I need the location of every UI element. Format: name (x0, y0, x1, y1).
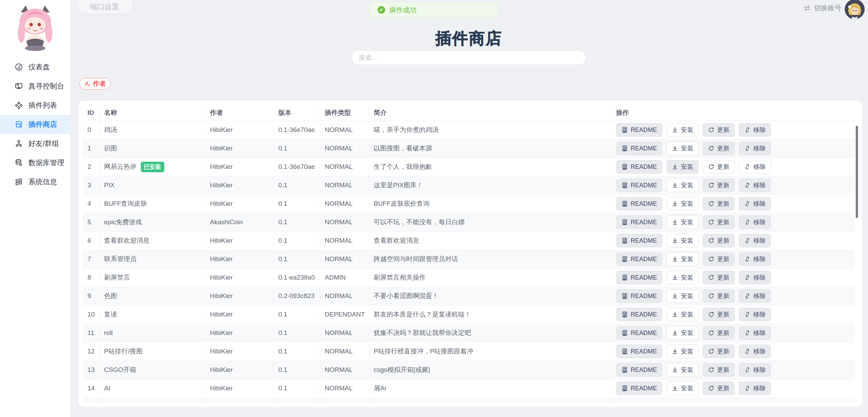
update-button[interactable]: 更新 (703, 289, 735, 303)
remove-button[interactable]: 移除 (739, 345, 771, 358)
update-button[interactable]: 更新 (703, 215, 735, 229)
remove-button[interactable]: 移除 (739, 308, 771, 321)
remove-button[interactable]: 移除 (739, 326, 771, 340)
remove-button[interactable]: 移除 (739, 142, 771, 155)
readme-button[interactable]: README (616, 289, 662, 303)
install-button[interactable]: 安装 (666, 345, 699, 358)
cell-desc: 生了个人，我很抱歉 (369, 158, 611, 176)
author-filter-chip[interactable]: 作者 (79, 78, 111, 90)
install-button[interactable]: 安装 (666, 123, 699, 137)
install-button[interactable]: 安装 (666, 308, 699, 321)
sidebar-item-friends-groups[interactable]: 好友/群组 (0, 134, 70, 153)
table-scrollbar-thumb[interactable] (856, 126, 858, 218)
readme-button[interactable]: README (616, 197, 662, 211)
remove-button[interactable]: 移除 (739, 271, 771, 284)
readme-button[interactable]: README (616, 178, 662, 192)
remove-button[interactable]: 移除 (739, 234, 771, 247)
install-button[interactable]: 安装 (666, 178, 699, 192)
readme-button[interactable]: README (616, 381, 662, 395)
sidebar-item-database[interactable]: 数据库管理 (0, 153, 70, 172)
install-button-label: 安装 (681, 329, 693, 337)
remove-button[interactable]: 移除 (739, 363, 771, 377)
update-button[interactable]: 更新 (703, 234, 735, 247)
sidebar-item-label: 真寻控制台 (28, 81, 64, 91)
update-button[interactable]: 更新 (703, 308, 735, 321)
cell-desc: 可以不玩，不能没有，每日白嫖 (369, 213, 611, 231)
search-input[interactable] (352, 50, 586, 65)
remove-button-label: 移除 (754, 310, 766, 319)
user-avatar[interactable] (845, 0, 865, 19)
remove-button-label: 移除 (754, 218, 766, 226)
readme-button[interactable]: README (616, 308, 662, 321)
cell-version: 0.1-36e70ae (273, 121, 320, 139)
readme-button[interactable]: README (616, 326, 662, 340)
update-button[interactable]: 更新 (703, 160, 735, 174)
readme-button[interactable]: README (616, 271, 662, 284)
sidebar-item-label: 插件列表 (28, 100, 57, 110)
readme-button-label: README (631, 200, 657, 207)
remove-button[interactable]: 移除 (739, 381, 771, 395)
update-button[interactable]: 更新 (703, 326, 735, 340)
port-settings-button[interactable]: 端口设置 (76, 0, 133, 14)
readme-button[interactable]: README (616, 363, 662, 377)
cell-name: 复读 (99, 305, 205, 324)
cell-actions: README安装更新移除 (611, 121, 854, 139)
download-icon (672, 329, 678, 336)
readme-button[interactable]: README (616, 345, 662, 358)
install-button[interactable]: 安装 (666, 215, 699, 229)
install-button[interactable]: 安装 (666, 326, 699, 340)
remove-button[interactable]: 移除 (739, 289, 771, 303)
install-button[interactable]: 安装 (666, 271, 699, 284)
table-scroll-area[interactable]: ID 名称 作者 版本 插件类型 简介 操作 0鸡汤HibiKier0.1-36… (83, 105, 854, 403)
sidebar-item-dashboard[interactable]: 仪表盘 (0, 57, 70, 77)
update-button[interactable]: 更新 (703, 271, 735, 284)
remove-button[interactable]: 移除 (739, 215, 771, 229)
store-icon (14, 120, 23, 129)
install-button[interactable]: 安装 (666, 252, 699, 266)
cell-desc: 屑Ai (369, 379, 611, 398)
cell-type: NORMAL (320, 121, 369, 139)
install-button[interactable]: 安装 (666, 363, 699, 377)
cell-author: HibiKier (205, 379, 273, 398)
install-button[interactable]: 安装 (666, 160, 699, 174)
cell-name: BUFF查询皮肤 (99, 194, 205, 213)
update-button[interactable]: 更新 (703, 123, 735, 137)
cell-actions: README安装更新移除 (611, 379, 854, 398)
install-button[interactable]: 安装 (666, 142, 699, 155)
unlink-icon (744, 311, 751, 318)
cell-type: NORMAL (320, 194, 369, 213)
readme-button[interactable]: README (616, 234, 662, 247)
update-button[interactable]: 更新 (703, 345, 735, 358)
update-button[interactable]: 更新 (703, 381, 735, 395)
sidebar-item-console[interactable]: 真寻控制台 (0, 77, 70, 96)
remove-button[interactable]: 移除 (739, 197, 771, 211)
remove-button[interactable]: 移除 (739, 160, 771, 174)
cell-name: 识图 (99, 139, 205, 158)
cell-id: 0 (83, 121, 99, 139)
remove-button[interactable]: 移除 (739, 252, 771, 266)
sidebar-item-system-info[interactable]: 系统信息 (0, 172, 70, 191)
plugin-table-body: 0鸡汤HibiKier0.1-36e70aeNORMAL喏，亲手为你煮的鸡汤RE… (83, 121, 854, 403)
readme-button[interactable]: README (616, 252, 662, 266)
install-button[interactable]: 安装 (666, 234, 699, 247)
readme-button[interactable]: README (616, 215, 662, 229)
install-button[interactable]: 安装 (666, 381, 699, 395)
switch-account-button[interactable]: 切换账号 (803, 3, 841, 13)
remove-button[interactable]: 移除 (739, 123, 771, 137)
sidebar-item-plugin-store[interactable]: 插件商店 (0, 115, 70, 134)
readme-button[interactable]: README (616, 160, 662, 174)
update-button[interactable]: 更新 (703, 363, 735, 377)
readme-file-icon (621, 348, 628, 355)
readme-button[interactable]: README (616, 123, 662, 137)
readme-button[interactable]: README (616, 142, 662, 155)
install-button[interactable]: 安装 (666, 197, 699, 211)
install-button[interactable]: 安装 (666, 289, 699, 303)
remove-button[interactable]: 移除 (739, 178, 771, 192)
update-button-label: 更新 (717, 329, 730, 337)
update-button[interactable]: 更新 (703, 178, 735, 192)
update-button[interactable]: 更新 (703, 252, 735, 266)
update-button[interactable]: 更新 (703, 142, 735, 155)
update-button[interactable]: 更新 (703, 197, 735, 211)
cell-type: NORMAL (320, 213, 369, 231)
sidebar-item-plugin-list[interactable]: 插件列表 (0, 96, 70, 115)
